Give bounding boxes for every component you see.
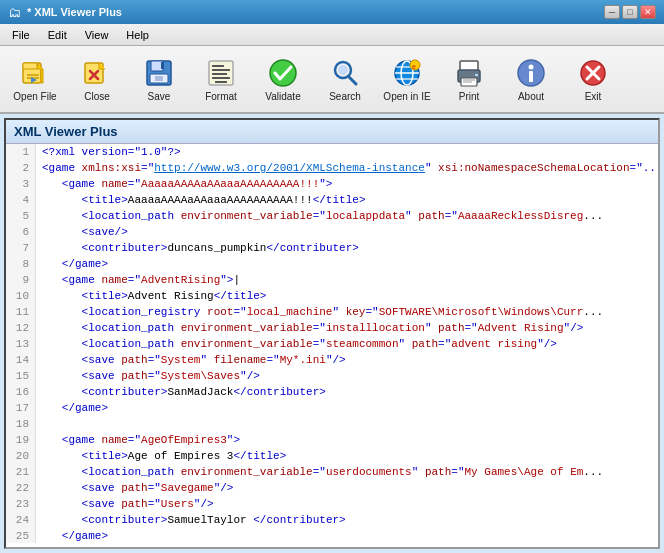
line-content-23: <save path="Users"/> [36,496,214,512]
svg-rect-10 [212,69,230,71]
xml-line-17: 17 </game> [6,400,658,416]
save-button[interactable]: Save [130,50,188,108]
line-num-13: 13 [6,336,36,352]
xml-line-13: 13 <location_path environment_variable="… [6,336,658,352]
line-content-13: <location_path environment_variable="ste… [36,336,557,352]
xml-content[interactable]: 1 <?xml version="1.0"?> 2 <game xmlns:xs… [6,144,658,543]
format-button[interactable]: Format [192,50,250,108]
toolbar: Open File Close Save [0,46,664,114]
line-content-15: <save path="System\Saves"/> [36,368,260,384]
close-button-toolbar[interactable]: Close [68,50,126,108]
line-content-7: <contributer>duncans_pumpkin</contribute… [36,240,359,256]
save-label: Save [148,91,171,102]
line-num-21: 21 [6,464,36,480]
menu-help[interactable]: Help [118,27,157,43]
line-num-6: 6 [6,224,36,240]
line-num-3: 3 [6,176,36,192]
about-icon [515,57,547,89]
line-num-4: 4 [6,192,36,208]
open-in-ie-button[interactable]: e Open in IE [378,50,436,108]
svg-line-17 [349,77,356,84]
xml-line-14: 14 <save path="System" filename="My*.ini… [6,352,658,368]
xml-line-11: 11 <location_registry root="local_machin… [6,304,658,320]
svg-point-16 [338,65,348,75]
line-num-20: 20 [6,448,36,464]
exit-button[interactable]: Exit [564,50,622,108]
xml-line-20: 20 <title>Age of Empires 3</title> [6,448,658,464]
open-file-icon [19,57,51,89]
line-content-14: <save path="System" filename="My*.ini"/> [36,352,346,368]
open-file-label: Open File [13,91,56,102]
about-button[interactable]: About [502,50,560,108]
line-num-22: 22 [6,480,36,496]
print-button[interactable]: Print [440,50,498,108]
line-num-1: 1 [6,144,36,160]
menu-edit[interactable]: Edit [40,27,75,43]
line-num-14: 14 [6,352,36,368]
line-num-25: 25 [6,528,36,543]
xml-line-19: 19 <game name="AgeOfEmpires3"> [6,432,658,448]
line-num-19: 19 [6,432,36,448]
minimize-button[interactable]: ─ [604,5,620,19]
line-num-16: 16 [6,384,36,400]
line-content-16: <contributer>SanMadJack</contributer> [36,384,326,400]
line-content-2: <game xmlns:xsi="http://www.w3.org/2001/… [36,160,658,176]
line-content-20: <title>Age of Empires 3</title> [36,448,286,464]
svg-rect-12 [212,77,230,79]
search-icon [329,57,361,89]
content-area: XML Viewer Plus 1 <?xml version="1.0"?> … [4,118,660,549]
line-num-2: 2 [6,160,36,176]
exit-label: Exit [585,91,602,102]
close-button[interactable]: ✕ [640,5,656,19]
about-label: About [518,91,544,102]
line-num-11: 11 [6,304,36,320]
xml-line-6: 6 <save/> [6,224,658,240]
format-label: Format [205,91,237,102]
search-button[interactable]: Search [316,50,374,108]
line-num-10: 10 [6,288,36,304]
line-content-4: <title>AaaaaAAAAaAAaaaAAAAAAAAAA!!!</tit… [36,192,365,208]
close-label: Close [84,91,110,102]
xml-line-2: 2 <game xmlns:xsi="http://www.w3.org/200… [6,160,658,176]
xml-line-25: 25 </game> [6,528,658,543]
line-content-3: <game name="AaaaaAAAAaAAaaaAAAAAAAAA!!!"… [36,176,332,192]
line-content-10: <title>Advent Rising</title> [36,288,266,304]
line-content-5: <location_path environment_variable="loc… [36,208,603,224]
line-content-6: <save/> [36,224,128,240]
menu-view[interactable]: View [77,27,117,43]
line-content-25: </game> [36,528,108,543]
xml-line-4: 4 <title>AaaaaAAAAaAAaaaAAAAAAAAAA!!!</t… [6,192,658,208]
print-icon [453,57,485,89]
line-num-18: 18 [6,416,36,432]
validate-button[interactable]: Validate [254,50,312,108]
line-num-12: 12 [6,320,36,336]
maximize-button[interactable]: □ [622,5,638,19]
title-bar-text: * XML Viewer Plus [27,6,122,18]
open-in-ie-label: Open in IE [383,91,430,102]
svg-rect-7 [155,76,163,81]
xml-line-22: 22 <save path="Savegame"/> [6,480,658,496]
menu-file[interactable]: File [4,27,38,43]
line-content-12: <location_path environment_variable="ins… [36,320,583,336]
validate-icon [267,57,299,89]
xml-line-8: 8 </game> [6,256,658,272]
menu-bar: File Edit View Help [0,24,664,46]
title-bar-controls: ─ □ ✕ [604,5,656,19]
line-content-9: <game name="AdventRising">| [36,272,240,288]
line-content-21: <location_path environment_variable="use… [36,464,603,480]
xml-line-18: 18 [6,416,658,432]
xml-line-3: 3 <game name="AaaaaAAAAaAAaaaAAAAAAAAA!!… [6,176,658,192]
line-num-15: 15 [6,368,36,384]
xml-line-5: 5 <location_path environment_variable="l… [6,208,658,224]
line-content-22: <save path="Savegame"/> [36,480,233,496]
close-icon [81,57,113,89]
validate-label: Validate [265,91,300,102]
line-num-7: 7 [6,240,36,256]
line-num-24: 24 [6,512,36,528]
line-content-18 [36,416,49,432]
open-in-ie-icon: e [391,57,423,89]
xml-line-23: 23 <save path="Users"/> [6,496,658,512]
open-file-button[interactable]: Open File [6,50,64,108]
svg-rect-1 [23,63,37,69]
xml-line-12: 12 <location_path environment_variable="… [6,320,658,336]
